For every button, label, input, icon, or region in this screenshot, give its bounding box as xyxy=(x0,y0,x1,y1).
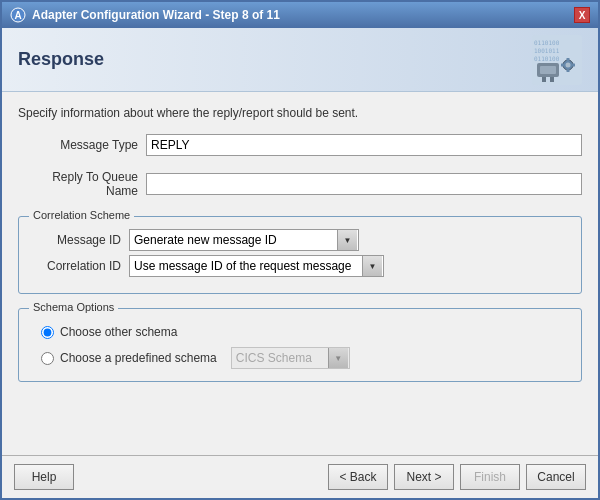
choose-predefined-schema-radio[interactable] xyxy=(41,352,54,365)
svg-rect-15 xyxy=(550,77,554,82)
schema-options-title: Schema Options xyxy=(29,301,118,313)
message-type-row: Message Type xyxy=(18,134,582,156)
message-id-combo-wrapper: Generate new message ID Use existing mes… xyxy=(129,229,359,251)
message-id-select[interactable]: Generate new message ID Use existing mes… xyxy=(129,229,359,251)
svg-rect-8 xyxy=(567,58,570,61)
svg-rect-10 xyxy=(561,63,564,66)
svg-rect-9 xyxy=(567,69,570,72)
gear-icon: 0110100 1001011 0110100 xyxy=(532,35,582,85)
choose-other-schema-label: Choose other schema xyxy=(60,325,177,339)
correlation-id-row: Correlation ID Use message ID of the req… xyxy=(31,255,569,277)
message-id-row: Message ID Generate new message ID Use e… xyxy=(31,229,569,251)
svg-point-7 xyxy=(566,62,571,67)
page-title: Response xyxy=(18,49,104,70)
svg-rect-11 xyxy=(572,63,575,66)
content-area: Response 0110100 1001011 0110100 xyxy=(2,28,598,498)
choose-predefined-schema-label: Choose a predefined schema xyxy=(60,351,217,365)
footer-right-buttons: < Back Next > Finish Cancel xyxy=(328,464,586,490)
svg-text:1001011: 1001011 xyxy=(534,47,560,54)
correlation-scheme-title: Correlation Scheme xyxy=(29,209,134,221)
schema-options-group: Schema Options Choose other schema Choos… xyxy=(18,308,582,382)
help-button[interactable]: Help xyxy=(14,464,74,490)
svg-text:0110100: 0110100 xyxy=(534,39,560,46)
correlation-id-combo-wrapper: Use message ID of the request message Us… xyxy=(129,255,384,277)
svg-rect-14 xyxy=(542,77,546,82)
reply-to-queue-label: Reply To Queue Name xyxy=(18,170,138,198)
back-button[interactable]: < Back xyxy=(328,464,388,490)
reply-to-queue-row: Reply To Queue Name xyxy=(18,170,582,198)
main-content: Specify information about where the repl… xyxy=(2,92,598,455)
svg-rect-13 xyxy=(540,66,556,74)
svg-text:0110100: 0110100 xyxy=(534,55,560,62)
window-title: Adapter Configuration Wizard - Step 8 of… xyxy=(32,8,280,22)
app-icon: A xyxy=(10,7,26,23)
reply-to-queue-input[interactable] xyxy=(146,173,582,195)
correlation-id-select[interactable]: Use message ID of the request message Us… xyxy=(129,255,384,277)
footer: Help < Back Next > Finish Cancel xyxy=(2,455,598,498)
finish-button[interactable]: Finish xyxy=(460,464,520,490)
title-bar: A Adapter Configuration Wizard - Step 8 … xyxy=(2,2,598,28)
correlation-id-label: Correlation ID xyxy=(31,259,121,273)
message-type-label: Message Type xyxy=(18,138,138,152)
correlation-scheme-group: Correlation Scheme Message ID Generate n… xyxy=(18,216,582,294)
message-id-label: Message ID xyxy=(31,233,121,247)
svg-text:A: A xyxy=(14,10,21,21)
schema-option-1-row: Choose other schema xyxy=(41,325,569,339)
main-window: A Adapter Configuration Wizard - Step 8 … xyxy=(0,0,600,500)
message-type-input[interactable] xyxy=(146,134,582,156)
next-button[interactable]: Next > xyxy=(394,464,454,490)
title-bar-left: A Adapter Configuration Wizard - Step 8 … xyxy=(10,7,280,23)
cancel-button[interactable]: Cancel xyxy=(526,464,586,490)
choose-other-schema-radio[interactable] xyxy=(41,326,54,339)
spacer xyxy=(18,392,582,441)
schema-option-2-row: Choose a predefined schema CICS Schema I… xyxy=(41,347,569,369)
close-button[interactable]: X xyxy=(574,7,590,23)
schema-select[interactable]: CICS Schema IMS Schema Custom Schema xyxy=(231,347,350,369)
header-banner: Response 0110100 1001011 0110100 xyxy=(2,28,598,92)
schema-combo-wrapper: CICS Schema IMS Schema Custom Schema ▼ xyxy=(231,347,350,369)
description-text: Specify information about where the repl… xyxy=(18,106,582,120)
